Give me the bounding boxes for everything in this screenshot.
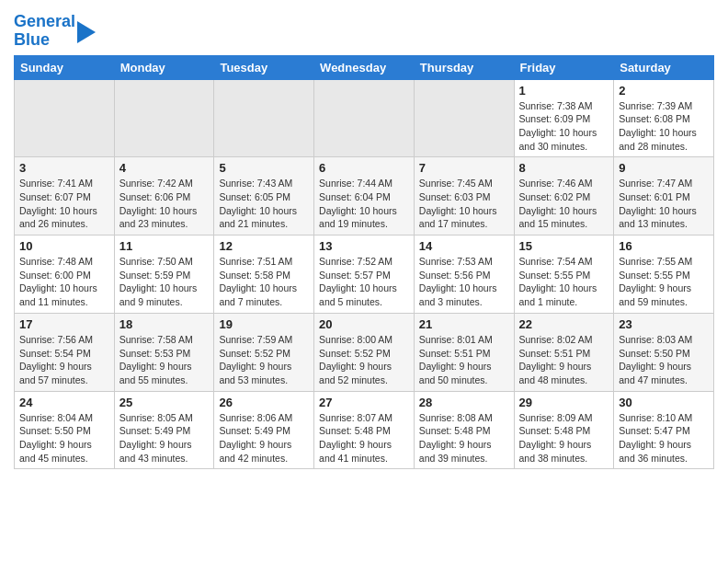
calendar-cell: 19Sunrise: 7:59 AM Sunset: 5:52 PM Dayli…: [214, 313, 314, 391]
day-info: Sunrise: 7:59 AM Sunset: 5:52 PM Dayligh…: [219, 333, 309, 387]
calendar-cell: 9Sunrise: 7:47 AM Sunset: 6:01 PM Daylig…: [614, 157, 714, 236]
calendar-week-row: 10Sunrise: 7:48 AM Sunset: 6:00 PM Dayli…: [15, 236, 714, 314]
day-info: Sunrise: 7:47 AM Sunset: 6:01 PM Dayligh…: [619, 177, 709, 231]
day-number: 4: [119, 161, 210, 175]
day-info: Sunrise: 7:44 AM Sunset: 6:04 PM Dayligh…: [319, 177, 409, 231]
calendar-cell: 6Sunrise: 7:44 AM Sunset: 6:04 PM Daylig…: [314, 157, 415, 236]
day-number: 11: [119, 239, 210, 253]
calendar-cell: 5Sunrise: 7:43 AM Sunset: 6:05 PM Daylig…: [214, 157, 314, 236]
day-number: 5: [219, 161, 309, 175]
page: General Blue SundayMondayTuesdayWednesda…: [0, 0, 728, 483]
calendar-cell: 13Sunrise: 7:52 AM Sunset: 5:57 PM Dayli…: [314, 236, 415, 314]
day-number: 16: [619, 239, 709, 253]
weekday-header-wednesday: Wednesday: [314, 55, 415, 79]
calendar-cell: 18Sunrise: 7:58 AM Sunset: 5:53 PM Dayli…: [114, 313, 214, 391]
day-number: 15: [519, 239, 609, 253]
calendar-cell: 22Sunrise: 8:02 AM Sunset: 5:51 PM Dayli…: [514, 313, 614, 391]
day-info: Sunrise: 8:01 AM Sunset: 5:51 PM Dayligh…: [419, 333, 509, 387]
calendar-cell: [414, 79, 514, 157]
weekday-header-monday: Monday: [114, 55, 214, 79]
day-number: 17: [19, 317, 109, 331]
day-number: 27: [319, 396, 409, 409]
calendar-cell: 17Sunrise: 7:56 AM Sunset: 5:54 PM Dayli…: [15, 313, 115, 391]
day-info: Sunrise: 8:04 AM Sunset: 5:50 PM Dayligh…: [19, 411, 109, 465]
day-info: Sunrise: 8:00 AM Sunset: 5:52 PM Dayligh…: [319, 333, 409, 387]
calendar-cell: 29Sunrise: 8:09 AM Sunset: 5:48 PM Dayli…: [514, 391, 614, 469]
day-number: 1: [519, 84, 609, 98]
day-info: Sunrise: 7:58 AM Sunset: 5:53 PM Dayligh…: [119, 333, 210, 387]
logo-line1: General: [14, 12, 75, 30]
logo-icon: [77, 21, 96, 43]
day-info: Sunrise: 8:07 AM Sunset: 5:48 PM Dayligh…: [319, 411, 409, 465]
weekday-header-friday: Friday: [514, 55, 614, 79]
weekday-header-saturday: Saturday: [614, 55, 714, 79]
calendar-cell: 30Sunrise: 8:10 AM Sunset: 5:47 PM Dayli…: [614, 391, 714, 469]
day-number: 21: [419, 317, 509, 331]
calendar-cell: 15Sunrise: 7:54 AM Sunset: 5:55 PM Dayli…: [514, 236, 614, 314]
day-info: Sunrise: 7:51 AM Sunset: 5:58 PM Dayligh…: [219, 255, 309, 309]
day-number: 28: [419, 396, 509, 409]
day-info: Sunrise: 7:50 AM Sunset: 5:59 PM Dayligh…: [119, 255, 210, 309]
day-number: 8: [519, 161, 609, 175]
svg-marker-0: [77, 21, 96, 43]
day-info: Sunrise: 7:39 AM Sunset: 6:08 PM Dayligh…: [619, 99, 709, 154]
calendar-header-row: SundayMondayTuesdayWednesdayThursdayFrid…: [15, 55, 714, 79]
calendar-cell: 7Sunrise: 7:45 AM Sunset: 6:03 PM Daylig…: [414, 157, 514, 236]
calendar-cell: [314, 79, 415, 157]
calendar-cell: 27Sunrise: 8:07 AM Sunset: 5:48 PM Dayli…: [314, 391, 415, 469]
day-number: 13: [319, 239, 409, 253]
day-number: 30: [619, 396, 709, 409]
day-number: 24: [19, 396, 109, 409]
calendar-cell: 8Sunrise: 7:46 AM Sunset: 6:02 PM Daylig…: [514, 157, 614, 236]
calendar-cell: 14Sunrise: 7:53 AM Sunset: 5:56 PM Dayli…: [414, 236, 514, 314]
day-info: Sunrise: 7:42 AM Sunset: 6:06 PM Dayligh…: [119, 177, 210, 231]
logo-line2: Blue: [14, 30, 50, 49]
calendar-week-row: 24Sunrise: 8:04 AM Sunset: 5:50 PM Dayli…: [15, 391, 714, 469]
calendar-cell: 24Sunrise: 8:04 AM Sunset: 5:50 PM Dayli…: [15, 391, 115, 469]
calendar-week-row: 3Sunrise: 7:41 AM Sunset: 6:07 PM Daylig…: [15, 157, 714, 236]
day-info: Sunrise: 7:46 AM Sunset: 6:02 PM Dayligh…: [519, 177, 609, 231]
calendar-cell: [15, 79, 115, 157]
day-number: 12: [219, 239, 309, 253]
weekday-header-sunday: Sunday: [15, 55, 115, 79]
day-number: 22: [519, 317, 609, 331]
day-number: 3: [19, 161, 109, 175]
day-number: 23: [619, 317, 709, 331]
day-number: 20: [319, 317, 409, 331]
calendar-cell: 21Sunrise: 8:01 AM Sunset: 5:51 PM Dayli…: [414, 313, 514, 391]
calendar-cell: 28Sunrise: 8:08 AM Sunset: 5:48 PM Dayli…: [414, 391, 514, 469]
calendar-week-row: 17Sunrise: 7:56 AM Sunset: 5:54 PM Dayli…: [15, 313, 714, 391]
calendar-cell: 1Sunrise: 7:38 AM Sunset: 6:09 PM Daylig…: [514, 79, 614, 157]
day-number: 19: [219, 317, 309, 331]
day-number: 25: [119, 396, 210, 409]
day-number: 29: [519, 396, 609, 409]
day-info: Sunrise: 7:48 AM Sunset: 6:00 PM Dayligh…: [19, 255, 109, 309]
day-info: Sunrise: 7:43 AM Sunset: 6:05 PM Dayligh…: [219, 177, 309, 231]
calendar-cell: 16Sunrise: 7:55 AM Sunset: 5:55 PM Dayli…: [614, 236, 714, 314]
day-info: Sunrise: 8:03 AM Sunset: 5:50 PM Dayligh…: [619, 333, 709, 387]
calendar-cell: 2Sunrise: 7:39 AM Sunset: 6:08 PM Daylig…: [614, 79, 714, 157]
weekday-header-thursday: Thursday: [414, 55, 514, 79]
calendar-cell: 26Sunrise: 8:06 AM Sunset: 5:49 PM Dayli…: [214, 391, 314, 469]
calendar-cell: 11Sunrise: 7:50 AM Sunset: 5:59 PM Dayli…: [114, 236, 214, 314]
day-info: Sunrise: 8:06 AM Sunset: 5:49 PM Dayligh…: [219, 411, 309, 465]
day-number: 2: [619, 84, 709, 98]
day-info: Sunrise: 7:41 AM Sunset: 6:07 PM Dayligh…: [19, 177, 109, 231]
calendar-table: SundayMondayTuesdayWednesdayThursdayFrid…: [14, 55, 714, 470]
day-info: Sunrise: 7:45 AM Sunset: 6:03 PM Dayligh…: [419, 177, 509, 231]
calendar-cell: 23Sunrise: 8:03 AM Sunset: 5:50 PM Dayli…: [614, 313, 714, 391]
calendar-cell: 25Sunrise: 8:05 AM Sunset: 5:49 PM Dayli…: [114, 391, 214, 469]
day-number: 9: [619, 161, 709, 175]
weekday-header-tuesday: Tuesday: [214, 55, 314, 79]
day-number: 26: [219, 396, 309, 409]
day-info: Sunrise: 8:05 AM Sunset: 5:49 PM Dayligh…: [119, 411, 210, 465]
calendar-cell: 10Sunrise: 7:48 AM Sunset: 6:00 PM Dayli…: [15, 236, 115, 314]
day-info: Sunrise: 7:55 AM Sunset: 5:55 PM Dayligh…: [619, 255, 709, 309]
calendar-cell: 20Sunrise: 8:00 AM Sunset: 5:52 PM Dayli…: [314, 313, 415, 391]
day-info: Sunrise: 7:53 AM Sunset: 5:56 PM Dayligh…: [419, 255, 509, 309]
calendar-week-row: 1Sunrise: 7:38 AM Sunset: 6:09 PM Daylig…: [15, 79, 714, 157]
calendar-cell: 12Sunrise: 7:51 AM Sunset: 5:58 PM Dayli…: [214, 236, 314, 314]
day-info: Sunrise: 8:09 AM Sunset: 5:48 PM Dayligh…: [519, 411, 609, 465]
logo: General Blue: [14, 13, 96, 50]
day-info: Sunrise: 7:38 AM Sunset: 6:09 PM Dayligh…: [519, 99, 609, 154]
